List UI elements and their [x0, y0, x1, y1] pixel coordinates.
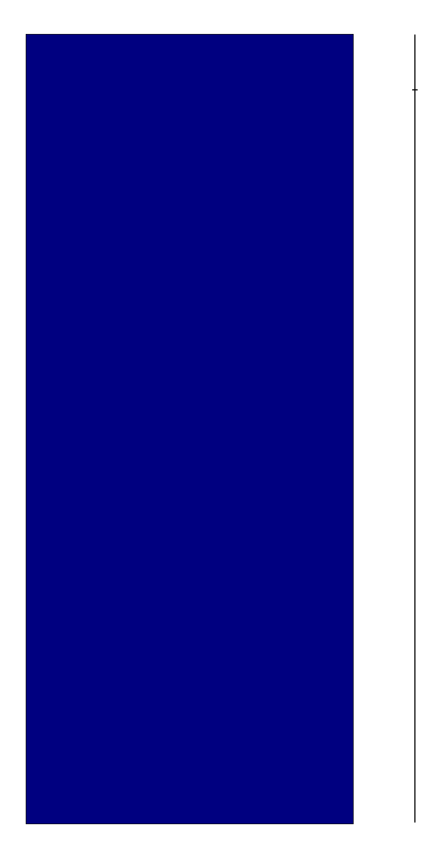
spectrogram-canvas [26, 35, 353, 824]
amplitude-scale-bar [414, 35, 415, 823]
spectrogram-plot-frame [26, 34, 354, 824]
spectrogram-page [0, 0, 439, 868]
amplitude-scale-bar-tick [412, 89, 418, 90]
